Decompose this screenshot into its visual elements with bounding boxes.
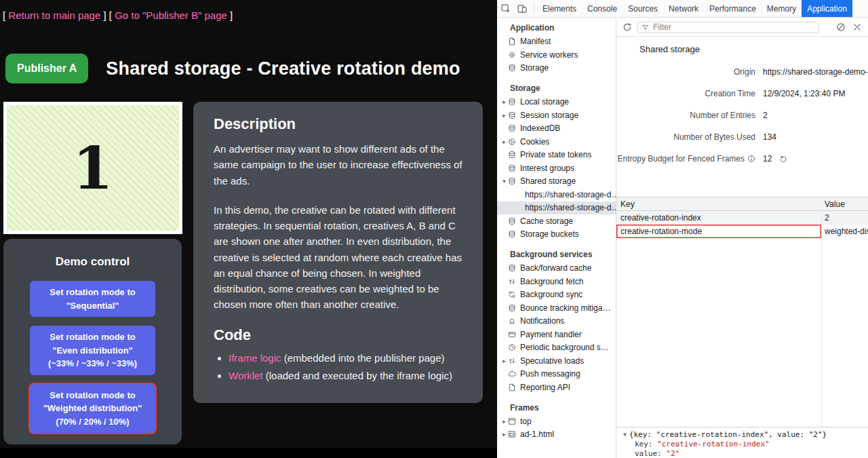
reset-icon[interactable]: [779, 155, 787, 163]
demo-control-heading: Demo control: [30, 255, 155, 269]
tree-item-manifest[interactable]: Manifest: [497, 35, 616, 49]
meta-label: Entropy Budget for Fenced Frames: [616, 154, 755, 164]
tree-arrow-icon: ▸: [500, 418, 508, 425]
preview-entries: key: "creative-rotation-index"value: "2": [623, 440, 864, 458]
tree-item-background-fetch[interactable]: Background fetch: [497, 275, 616, 288]
devtools-window: ElementsConsoleSourcesNetworkPerformance…: [497, 0, 868, 458]
tree-item-storage[interactable]: Storage: [497, 62, 616, 75]
meta-value-text: 2: [763, 111, 768, 120]
set-rotation-even-distribution-button[interactable]: Set rotation mode to"Even distribution"(…: [30, 326, 155, 375]
tab-sources[interactable]: Sources: [623, 0, 663, 17]
tab-console[interactable]: Console: [582, 0, 623, 17]
refresh-icon[interactable]: [623, 22, 632, 32]
meta-value-text: 12: [763, 154, 772, 164]
tree-section-frames: Frames▸top▸ad-1.html: [497, 402, 616, 442]
tree-item-indexeddb[interactable]: IndexedDB: [497, 122, 616, 136]
header-row: Publisher A Shared storage - Creative ro…: [5, 54, 460, 83]
tree-item-top[interactable]: ▸top: [497, 415, 616, 428]
set-rotation-weighted-distribution-button[interactable]: Set rotation mode to"Weighted distributi…: [30, 384, 155, 434]
tab-application[interactable]: Application: [802, 0, 852, 17]
clock-icon: [508, 343, 516, 351]
expand-triangle-icon: ▼: [623, 430, 627, 440]
db-icon: [508, 164, 516, 172]
meta-label: Creation Time: [616, 89, 755, 98]
tab-network[interactable]: Network: [663, 0, 704, 17]
code-link-worklet[interactable]: Worklet: [229, 370, 263, 381]
panel-title: Shared storage: [616, 37, 868, 61]
creative-ad-frame[interactable]: 1: [3, 102, 182, 234]
column-header-value[interactable]: Value: [821, 197, 868, 210]
shared-storage-detail-panel: Shared storage Originhttps://shared-stor…: [616, 18, 868, 458]
meta-label: Number of Bytes Used: [616, 132, 755, 142]
meta-row-entropy-budget-for-fenced-frames: Entropy Budget for Fenced Frames12: [616, 148, 868, 170]
tree-section-background-services: Background servicesBack/forward cacheBac…: [497, 248, 616, 394]
tree-item-private-state-tokens[interactable]: Private state tokens: [497, 149, 616, 162]
code-bullet: Worklet (loaded and executed by the ifra…: [229, 368, 462, 384]
tree-arrow-icon: ▸: [500, 358, 508, 364]
iframe-icon: [508, 430, 516, 438]
devtools-tabbar: ElementsConsoleSourcesNetworkPerformance…: [497, 0, 868, 18]
db-icon: [508, 151, 516, 159]
tab-memory[interactable]: Memory: [762, 0, 802, 17]
meta-value-text: https://shared-storage-demo-co: [763, 67, 868, 77]
meta-value: 2: [763, 111, 868, 120]
nav-link-return-to-main-page[interactable]: Return to main page: [8, 9, 100, 21]
db-icon: [508, 264, 516, 272]
clear-all-icon[interactable]: [836, 22, 846, 32]
tree-item-periodic-background-s[interactable]: Periodic background s…: [497, 341, 616, 355]
publisher-badge: Publisher A: [5, 54, 88, 83]
tree-item-reporting-api[interactable]: Reporting API: [497, 381, 616, 394]
toolbar-right-icons: [836, 22, 862, 32]
meta-value: 12: [763, 154, 868, 164]
table-header: KeyValue: [616, 197, 868, 211]
tree-section-title: Frames: [497, 402, 616, 415]
demo-control-panel: Demo control Set rotation mode to"Sequen…: [3, 239, 182, 444]
tree-item-service-workers[interactable]: Service workers: [497, 48, 616, 62]
column-header-key[interactable]: Key: [616, 197, 821, 210]
tree-item-background-sync[interactable]: Background sync: [497, 288, 616, 302]
column-divider[interactable]: [821, 211, 822, 427]
page-title: Shared storage - Creative rotation demo: [106, 58, 460, 79]
preview-entry-key: key: "creative-rotation-index": [623, 440, 864, 449]
tree-item-cache-storage[interactable]: Cache storage: [497, 214, 616, 228]
description-panel: Description An advertiser may want to sh…: [193, 102, 483, 403]
db-icon: [508, 124, 516, 132]
updown-icon: [508, 278, 516, 286]
tab-elements[interactable]: Elements: [537, 0, 582, 17]
nav-link-go-to-publisher-b-page[interactable]: Go to "Publisher B" page: [115, 9, 227, 21]
detail-toolbar: [616, 18, 868, 37]
table-cell-value: 2: [821, 211, 868, 225]
tree-item-payment-handler[interactable]: Payment handler: [497, 328, 616, 341]
table-row-creative-rotation-mode[interactable]: creative-rotation-modeweighted-dist: [616, 225, 868, 238]
tree-item-speculative-loads[interactable]: ▸Speculative loads: [497, 354, 616, 368]
preview-summary[interactable]: ▼{key: "creative-rotation-index", value:…: [623, 430, 864, 440]
tree-item-https-shared-storage-d[interactable]: https://shared-storage-d…: [497, 188, 616, 202]
meta-row-number-of-entries: Number of Entries2: [616, 104, 868, 126]
table-row-creative-rotation-index[interactable]: creative-rotation-index2: [616, 211, 868, 225]
tree-item-cookies[interactable]: ▸Cookies: [497, 135, 616, 149]
meta-row-origin: Originhttps://shared-storage-demo-co: [616, 61, 868, 83]
info-icon[interactable]: [747, 155, 755, 163]
tree-item-push-messaging[interactable]: Push messaging: [497, 368, 616, 381]
tree-item-notifications[interactable]: Notifications: [497, 315, 616, 328]
tree-item-local-storage[interactable]: ▸Local storage: [497, 96, 616, 109]
close-icon[interactable]: [852, 22, 862, 32]
filter-input[interactable]: [652, 22, 815, 33]
device-toolbar-icon[interactable]: [517, 4, 527, 14]
inspect-element-icon[interactable]: [501, 4, 511, 14]
filter-box: [637, 22, 819, 33]
tree-item-shared-storage[interactable]: ▾Shared storage: [497, 175, 616, 189]
tree-item-ad-1-html[interactable]: ▸ad-1.html: [497, 428, 616, 442]
tab-performance[interactable]: Performance: [704, 0, 762, 17]
meta-label-text: Number of Bytes Used: [673, 132, 755, 142]
tree-item-storage-buckets[interactable]: Storage buckets: [497, 228, 616, 242]
tree-item-bounce-tracking-mitiga[interactable]: Bounce tracking mitiga…: [497, 301, 616, 315]
gear-icon: [508, 51, 516, 59]
set-rotation-sequential-button[interactable]: Set rotation mode to"Sequential": [30, 281, 155, 317]
meta-value-text: 134: [763, 132, 776, 142]
code-link-iframe-logic[interactable]: Iframe logic: [229, 352, 281, 364]
tree-item-https-shared-storage-d[interactable]: https://shared-storage-d…: [497, 202, 616, 215]
tree-item-back-forward-cache[interactable]: Back/forward cache: [497, 262, 616, 275]
tree-item-session-storage[interactable]: ▸Session storage: [497, 109, 616, 122]
tree-item-interest-groups[interactable]: Interest groups: [497, 161, 616, 175]
